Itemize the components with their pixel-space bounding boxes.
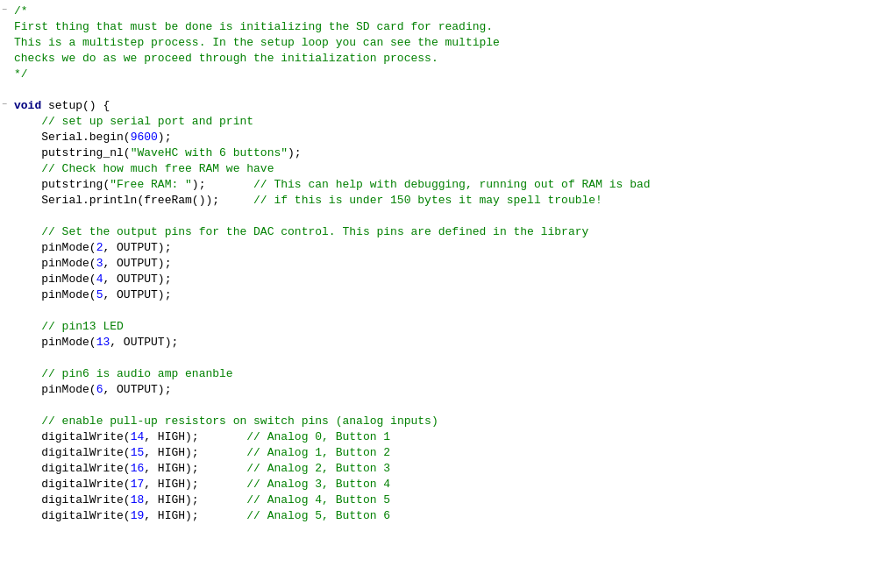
normal-text: digitalWrite( (14, 445, 131, 461)
comment-text: // enable pull-up resistors on switch pi… (41, 414, 438, 429)
normal-text: , HIGH); (144, 508, 246, 524)
normal-text: ); (288, 145, 302, 161)
code-line: // enable pull-up resistors on switch pi… (14, 414, 883, 429)
normal-text: , HIGH); (144, 429, 246, 445)
code-line: Serial.begin(9600); (14, 130, 883, 145)
comment-text: */ (14, 67, 28, 82)
code-line: pinMode(4, OUTPUT); (14, 272, 883, 287)
normal-text: pinMode( (14, 287, 96, 303)
normal-text (14, 319, 41, 335)
normal-text: digitalWrite( (14, 461, 131, 477)
code-line: This is a multistep process. In the setu… (14, 35, 883, 51)
normal-text: , HIGH); (144, 477, 246, 492)
comment-text: // Analog 3, Button 4 (246, 477, 390, 492)
code-line: void setup() { (14, 98, 883, 114)
comment-text: checks we do as we proceed through the i… (14, 51, 438, 67)
number-text: 19 (131, 508, 145, 524)
comment-text: // Analog 5, Button 6 (246, 508, 390, 524)
keyword-text: void (14, 98, 41, 114)
normal-text (14, 414, 41, 429)
comment-text: // Analog 2, Button 3 (246, 461, 390, 477)
code-line: Serial.println(freeRam()); // if this is… (14, 193, 883, 209)
code-line: digitalWrite(17, HIGH); // Analog 3, But… (14, 477, 883, 492)
normal-text: , OUTPUT); (103, 240, 171, 256)
code-line: pinMode(6, OUTPUT); (14, 382, 883, 398)
comment-text: This is a multistep process. In the setu… (14, 35, 500, 51)
code-line: /* (14, 4, 883, 19)
code-line: pinMode(3, OUTPUT); (14, 256, 883, 272)
code-line (14, 82, 883, 98)
normal-text: pinMode( (14, 382, 96, 398)
number-text: 3 (96, 256, 103, 272)
code-line: pinMode(5, OUTPUT); (14, 287, 883, 303)
code-gutter: − − (0, 4, 12, 588)
fold-setup-block[interactable]: − (2, 100, 7, 110)
code-line (14, 351, 883, 366)
code-line (14, 303, 883, 319)
normal-text: pinMode( (14, 256, 96, 272)
number-text: 9600 (131, 130, 158, 145)
code-line (14, 398, 883, 414)
normal-text: ); (192, 177, 253, 193)
normal-text (14, 366, 41, 382)
normal-text: , OUTPUT); (103, 256, 171, 272)
number-text: 14 (131, 429, 145, 445)
code-line: // pin13 LED (14, 319, 883, 335)
normal-text: pinMode( (14, 240, 96, 256)
normal-text: pinMode( (14, 335, 96, 351)
normal-text: , HIGH); (144, 461, 246, 477)
normal-text: Serial.begin( (14, 130, 131, 145)
number-text: 6 (96, 382, 103, 398)
code-line: digitalWrite(18, HIGH); // Analog 4, But… (14, 492, 883, 508)
code-editor: − − /*First thing that must be done is i… (0, 0, 883, 588)
comment-text: // Set the output pins for the DAC contr… (41, 224, 588, 240)
code-line: */ (14, 67, 883, 82)
code-line: // Set the output pins for the DAC contr… (14, 224, 883, 240)
code-line: pinMode(2, OUTPUT); (14, 240, 883, 256)
comment-text: // set up serial port and print (41, 114, 253, 130)
number-text: 18 (131, 492, 145, 508)
number-text: 16 (131, 461, 145, 477)
comment-text: First thing that must be done is initial… (14, 19, 493, 35)
comment-text: // if this is under 150 bytes it may spe… (253, 193, 602, 209)
normal-text: digitalWrite( (14, 492, 131, 508)
code-line: putstring("Free RAM: "); // This can hel… (14, 177, 883, 193)
comment-text: // Analog 4, Button 5 (246, 492, 390, 508)
normal-text: putstring_nl( (14, 145, 131, 161)
normal-text: , OUTPUT); (103, 382, 171, 398)
code-line: digitalWrite(16, HIGH); // Analog 2, But… (14, 461, 883, 477)
normal-text: ); (158, 130, 172, 145)
number-text: 13 (96, 335, 110, 351)
code-line: // Check how much free RAM we have (14, 161, 883, 177)
code-line: digitalWrite(15, HIGH); // Analog 1, But… (14, 445, 883, 461)
normal-text: digitalWrite( (14, 508, 131, 524)
normal-text: Serial.println(freeRam()); (14, 193, 253, 209)
code-line: checks we do as we proceed through the i… (14, 51, 883, 67)
comment-text: // Analog 1, Button 2 (246, 445, 390, 461)
normal-text (14, 224, 41, 240)
code-line: pinMode(13, OUTPUT); (14, 335, 883, 351)
normal-text: , HIGH); (144, 492, 246, 508)
code-line: putstring_nl("WaveHC with 6 buttons"); (14, 145, 883, 161)
normal-text: , OUTPUT); (103, 272, 171, 287)
comment-text: /* (14, 4, 28, 19)
fold-comment-block[interactable]: − (2, 5, 7, 15)
comment-text: // Analog 0, Button 1 (246, 429, 390, 445)
code-line (14, 209, 883, 224)
number-text: 4 (96, 272, 103, 287)
number-text: 15 (131, 445, 145, 461)
normal-text: putstring( (14, 177, 110, 193)
number-text: 17 (131, 477, 145, 492)
normal-text: digitalWrite( (14, 429, 131, 445)
comment-text: // pin13 LED (41, 319, 124, 335)
normal-text: , OUTPUT); (103, 287, 171, 303)
normal-text (14, 114, 41, 130)
code-content: /*First thing that must be done is initi… (12, 4, 883, 588)
comment-text: // pin6 is audio amp enanble (41, 366, 232, 382)
number-text: 5 (96, 287, 103, 303)
comment-text: // This can help with debugging, running… (253, 177, 650, 193)
normal-text: digitalWrite( (14, 477, 131, 492)
code-line: digitalWrite(19, HIGH); // Analog 5, But… (14, 508, 883, 524)
normal-text: setup() { (41, 98, 110, 114)
code-line: // set up serial port and print (14, 114, 883, 130)
